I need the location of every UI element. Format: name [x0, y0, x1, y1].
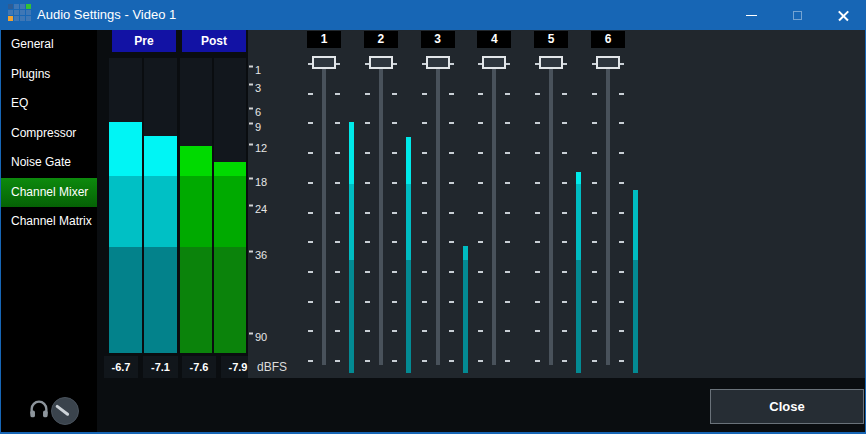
fader-tick — [365, 330, 370, 332]
post-meter-header: Post — [182, 30, 246, 52]
channel-strip-4: 4 — [465, 30, 523, 378]
fader-tick — [592, 93, 597, 95]
fader-tick — [392, 93, 397, 95]
fader-tick — [592, 212, 597, 214]
fader-thumb-2[interactable] — [369, 56, 393, 69]
fader-tick — [505, 301, 510, 303]
fader-thumb-6[interactable] — [596, 56, 620, 69]
fader-track-4[interactable] — [492, 62, 496, 365]
tick-mark — [249, 84, 253, 86]
close-button[interactable]: Close — [710, 389, 864, 424]
fader-tick — [478, 271, 483, 273]
fader-tick — [478, 241, 483, 243]
scale-tick-36: 36 — [249, 250, 267, 261]
fader-tick — [535, 330, 540, 332]
fader-track-3[interactable] — [436, 62, 440, 365]
sidebar-item-eq[interactable]: EQ — [1, 89, 97, 119]
tick-mark — [249, 333, 253, 335]
tick-mark — [249, 177, 253, 179]
fader-tick — [619, 330, 624, 332]
tick-mark — [249, 205, 253, 207]
fader-tick — [562, 271, 567, 273]
maximize-button — [774, 0, 820, 30]
scale-tick-1: 1 — [249, 65, 261, 76]
fader-tick — [422, 152, 427, 154]
fader-tick — [449, 241, 454, 243]
fader-tick — [308, 330, 313, 332]
fader-track-5[interactable] — [549, 62, 553, 365]
pre-meter-left — [109, 58, 142, 353]
fader-tick — [335, 360, 340, 362]
settings-sidebar: GeneralPluginsEQCompressorNoise GateChan… — [1, 30, 97, 432]
fader-thumb-5[interactable] — [539, 56, 563, 69]
fader-track-2[interactable] — [379, 62, 383, 365]
fader-tick — [619, 122, 624, 124]
sidebar-item-compressor[interactable]: Compressor — [1, 119, 97, 149]
channel-strip-1: 1 — [295, 30, 353, 378]
scale-tick-12: 12 — [249, 142, 267, 153]
fader-tick — [422, 271, 427, 273]
headphone-volume-knob[interactable] — [51, 397, 79, 425]
pre-meter-header: Pre — [112, 30, 176, 52]
fader-tick — [449, 122, 454, 124]
fader-tick — [392, 212, 397, 214]
fader-tick — [505, 212, 510, 214]
fader-tick — [449, 271, 454, 273]
meter-empty — [214, 58, 246, 162]
titlebar[interactable]: Audio Settings - Video 1 — [0, 0, 866, 30]
scale-tick-18: 18 — [249, 176, 267, 187]
sidebar-item-noise-gate[interactable]: Noise Gate — [1, 148, 97, 178]
tick-label: 6 — [255, 106, 261, 117]
tick-label: 1 — [255, 65, 261, 76]
fader-thumb-1[interactable] — [312, 56, 336, 69]
channel-strip-5: 5 — [522, 30, 580, 378]
fader-tick — [308, 93, 313, 95]
fader-tick — [478, 330, 483, 332]
minimize-icon — [746, 15, 757, 16]
sidebar-item-channel-mixer[interactable]: Channel Mixer — [1, 178, 97, 208]
fader-tick — [335, 330, 340, 332]
sidebar-item-general[interactable]: General — [1, 30, 97, 60]
channel-mixer-panel: dBFS 13691218243690123456 — [248, 30, 865, 378]
close-window-button[interactable] — [820, 0, 866, 30]
fader-tick — [478, 360, 483, 362]
fader-track-1[interactable] — [322, 62, 326, 365]
fader-tick — [478, 93, 483, 95]
fader-tick — [365, 182, 370, 184]
fader-tick — [422, 360, 427, 362]
fader-tick — [562, 241, 567, 243]
fader-thumb-4[interactable] — [482, 56, 506, 69]
fader-track-6[interactable] — [606, 62, 610, 365]
fader-tick — [449, 330, 454, 332]
channel-label-4: 4 — [477, 31, 511, 48]
fader-tick — [449, 93, 454, 95]
fader-tick — [392, 330, 397, 332]
fader-thumb-3[interactable] — [426, 56, 450, 69]
sidebar-item-channel-matrix[interactable]: Channel Matrix — [1, 207, 97, 237]
fader-tick — [535, 360, 540, 362]
tick-label: 24 — [255, 204, 267, 215]
channel-label-2: 2 — [364, 31, 398, 48]
fader-tick — [535, 152, 540, 154]
fader-tick — [592, 301, 597, 303]
knob-pointer — [55, 404, 70, 416]
fader-tick — [592, 241, 597, 243]
fader-tick — [535, 271, 540, 273]
fader-tick — [335, 301, 340, 303]
fader-tick — [505, 241, 510, 243]
fader-tick — [535, 241, 540, 243]
fader-tick — [592, 152, 597, 154]
fader-tick — [449, 212, 454, 214]
fader-tick — [308, 152, 313, 154]
fader-tick — [478, 152, 483, 154]
sidebar-item-plugins[interactable]: Plugins — [1, 60, 97, 90]
fader-tick — [392, 301, 397, 303]
minimize-button[interactable] — [728, 0, 774, 30]
prepost-meter-panel: Pre Post -6.7 -7.1 -7.6 -7.9 — [97, 30, 248, 432]
meter-empty — [144, 58, 177, 136]
channel-meter-6 — [633, 58, 638, 373]
meter-empty — [180, 58, 212, 146]
fader-tick — [335, 241, 340, 243]
app-icon — [8, 4, 32, 23]
fader-tick — [308, 122, 313, 124]
